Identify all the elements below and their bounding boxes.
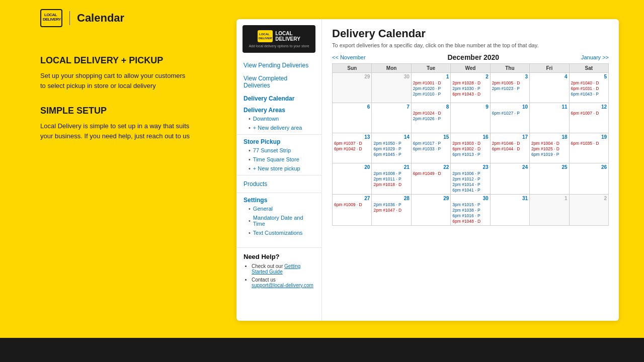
calendar-cell: 6 xyxy=(333,103,372,133)
delivery-item: 6pm #1002 · D xyxy=(452,146,488,151)
day-number[interactable]: 8 xyxy=(413,104,449,110)
day-number[interactable]: 30 xyxy=(452,196,488,201)
sidebar-new-store-pickup[interactable]: + New store pickup xyxy=(236,164,321,173)
day-number[interactable]: 31 xyxy=(492,196,528,201)
day-number[interactable]: 13 xyxy=(334,134,370,140)
calendar-cell: 29 xyxy=(333,73,372,103)
prev-month-button[interactable]: << November xyxy=(332,54,366,60)
day-number[interactable]: 3 xyxy=(492,74,528,79)
help-email-link[interactable]: support@local-delivery.com xyxy=(252,283,313,288)
delivery-item: 2pm #1011 · P xyxy=(373,176,409,182)
delivery-item: 6pm #1019 · P xyxy=(531,152,567,157)
sidebar-logo: LOCAL DELIVERY LOCALDELIVERY Add local d… xyxy=(243,25,315,53)
calendar-day-header: Fri xyxy=(530,64,569,73)
section1-body: Set up your shopping cart to allow your … xyxy=(40,71,191,90)
day-number[interactable]: 24 xyxy=(492,164,528,170)
day-number[interactable]: 6 xyxy=(334,104,370,110)
sidebar-sep2 xyxy=(236,175,321,175)
sidebar-general[interactable]: General xyxy=(236,204,321,213)
delivery-item: 2pm #1023 · P xyxy=(492,86,528,91)
calendar-cell: 136pm #1037 · D6pm #1042 · D xyxy=(333,133,372,163)
calendar-title: Delivery Calendar xyxy=(332,27,609,40)
day-number[interactable]: 12 xyxy=(571,104,607,110)
calendar-cell: 1 xyxy=(530,195,569,226)
sidebar-timesquare[interactable]: Time Square Store xyxy=(236,155,321,164)
sidebar-products-link[interactable]: Products xyxy=(236,177,321,191)
sidebar-pending-link[interactable]: View Pending Deliveries xyxy=(236,59,321,72)
delivery-item: 6pm #1029 · P xyxy=(373,146,409,151)
day-number[interactable]: 7 xyxy=(373,104,409,110)
delivery-item: 6pm #1048 · D xyxy=(452,219,488,224)
sidebar-delivery-areas-label[interactable]: Delivery Areas xyxy=(236,104,292,117)
calendar-cell: 29 xyxy=(411,195,450,226)
main-panel: LOCAL DELIVERY LOCALDELIVERY Add local d… xyxy=(236,19,619,321)
day-number[interactable]: 14 xyxy=(373,134,409,140)
delivery-item: 2pm #1024 · D xyxy=(413,111,449,116)
day-number[interactable]: 22 xyxy=(413,164,449,170)
day-number[interactable]: 16 xyxy=(452,134,488,140)
day-number[interactable]: 5 xyxy=(571,74,607,79)
day-number[interactable]: 21 xyxy=(373,164,409,170)
month-title: December 2020 xyxy=(447,53,499,61)
delivery-item: 6pm #1009 · D xyxy=(334,202,370,207)
day-number[interactable]: 17 xyxy=(492,134,528,140)
day-number[interactable]: 27 xyxy=(334,196,370,201)
delivery-item: 2pm #1040 · D xyxy=(571,80,607,85)
sidebar-store-pickup-label[interactable]: Store Pickup xyxy=(236,135,287,148)
day-number[interactable]: 10 xyxy=(492,104,528,110)
day-number[interactable]: 1 xyxy=(413,74,449,79)
help-item1-pre: Check out our xyxy=(252,263,284,269)
delivery-item: 2pm #1038 · P xyxy=(452,208,488,213)
day-number[interactable]: 15 xyxy=(413,134,449,140)
calendar-cell: 196pm #1035 · D xyxy=(569,133,608,163)
sidebar-sunset[interactable]: 77 Sunset Strip xyxy=(236,146,321,155)
day-number[interactable]: 19 xyxy=(571,134,607,140)
calendar-cell: 26 xyxy=(569,163,608,195)
sidebar-mandatory-date[interactable]: Mandatory Date and Time xyxy=(236,213,321,228)
day-number[interactable]: 18 xyxy=(531,134,567,140)
sidebar-completed-link[interactable]: View Completed Deliveries xyxy=(236,72,321,92)
delivery-item: 2pm #1050 · P xyxy=(373,141,409,146)
day-number[interactable]: 11 xyxy=(531,104,567,110)
delivery-item: 2pm #1005 · D xyxy=(492,80,528,85)
day-number[interactable]: 29 xyxy=(413,196,449,201)
sidebar-text-customizations[interactable]: Text Customizations xyxy=(236,228,321,237)
left-panel: LOCAL DELIVERY + PICKUP Set up your shop… xyxy=(40,55,191,156)
day-number[interactable]: 28 xyxy=(373,196,409,201)
calendar-cell: 162pm #1003 · D6pm #1002 · D6pm #1013 · … xyxy=(451,133,490,163)
help-contact-label: Contact us xyxy=(252,277,276,283)
delivery-item: 6pm #1043 · D xyxy=(452,92,488,97)
day-number[interactable]: 26 xyxy=(571,164,607,170)
delivery-item: 2pm #1025 · D xyxy=(531,146,567,151)
logo: LOCAL DELIVERY Calendar xyxy=(40,9,124,27)
delivery-item: 6pm #1035 · D xyxy=(571,141,607,146)
day-number: 2 xyxy=(571,196,607,201)
day-number[interactable]: 23 xyxy=(452,164,488,170)
day-number[interactable]: 2 xyxy=(452,74,488,79)
delivery-item: 2pm #1046 · D xyxy=(492,141,528,146)
delivery-item: 2pm #1030 · P xyxy=(452,86,488,91)
calendar-day-header: Mon xyxy=(372,64,411,73)
day-number: 1 xyxy=(531,196,567,201)
next-month-button[interactable]: January >> xyxy=(581,54,609,60)
calendar-cell: 7 xyxy=(372,103,411,133)
calendar-day-header: Wed xyxy=(451,64,490,73)
sidebar-logo-text: LOCALDELIVERY xyxy=(275,31,300,42)
sidebar-settings-label[interactable]: Settings xyxy=(236,194,274,207)
calendar-row: 136pm #1037 · D6pm #1042 · D142pm #1050 … xyxy=(333,133,609,163)
delivery-item: 2pm #1014 · P xyxy=(452,182,488,187)
svg-text:DELIVERY: DELIVERY xyxy=(43,17,61,22)
sidebar-new-delivery-area[interactable]: + New delivery area xyxy=(236,123,321,132)
day-number[interactable]: 20 xyxy=(334,164,370,170)
calendar-cell: 11 xyxy=(530,103,569,133)
calendar-row: 20212pm #1008 · P2pm #1011 · P2pm #1018 … xyxy=(333,163,609,195)
calendar-row: 276pm #1009 · D282pm #1036 · P2pm #1047 … xyxy=(333,195,609,226)
svg-text:LOCAL: LOCAL xyxy=(44,13,57,17)
delivery-item: 6pm #1041 · P xyxy=(452,188,488,193)
delivery-item: 2pm #1018 · D xyxy=(373,182,409,187)
day-number[interactable]: 25 xyxy=(531,164,567,170)
calendar-cell: 212pm #1008 · P2pm #1011 · P2pm #1018 · … xyxy=(372,163,411,195)
day-number[interactable]: 9 xyxy=(452,104,488,110)
day-number[interactable]: 4 xyxy=(531,74,567,79)
calendar-day-header: Tue xyxy=(411,64,450,73)
